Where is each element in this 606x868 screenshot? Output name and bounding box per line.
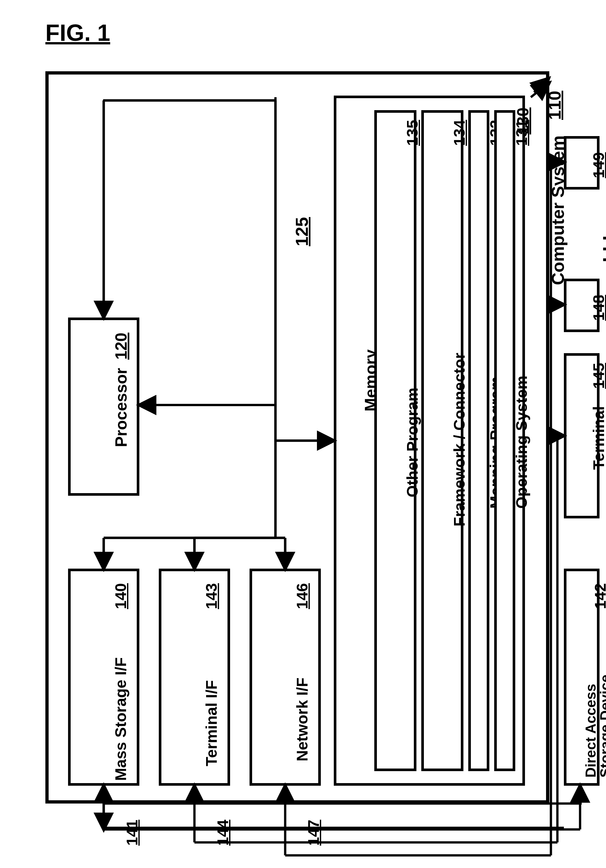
other-program-ref: 135 <box>403 120 421 146</box>
conn-147-ref: 147 <box>305 820 322 846</box>
os-box <box>494 110 515 771</box>
os-label: Operating System <box>513 375 530 509</box>
computer-system-ref: 110 <box>544 91 564 120</box>
terminal-if-label: Terminal I/F <box>203 680 220 766</box>
framework-ref: 134 <box>451 120 468 146</box>
dasd-ref: 142 <box>591 583 606 609</box>
network-if-label: Network I/F <box>293 677 311 761</box>
network-if-ref: 146 <box>293 583 311 609</box>
framework-label: Framework / Connector <box>451 353 468 527</box>
processor-ref: 120 <box>112 333 130 360</box>
diagram-canvas: FIG. 1 Computer System 110 125 Processor… <box>0 0 606 868</box>
terminal-label: Terminal <box>590 406 606 470</box>
os-ref: 131 <box>513 120 530 146</box>
mass-storage-if-ref: 140 <box>112 583 130 609</box>
figure-label: FIG. 1 <box>45 19 110 46</box>
conn-141-ref: 141 <box>123 820 141 846</box>
terminal-ref: 145 <box>590 363 606 389</box>
mass-storage-if-label: Mass Storage I/F <box>112 657 130 781</box>
dasd-label-l1: Direct Access <box>583 684 598 778</box>
network-node-a-ref: 148 <box>590 295 606 321</box>
bus-ref: 125 <box>291 217 312 246</box>
dasd-label-l2: Storage Device <box>598 674 606 778</box>
other-program-label: Other Program <box>403 388 421 498</box>
conn-144-ref: 144 <box>214 820 232 846</box>
processor-label: Processor <box>112 368 130 447</box>
terminal-if-ref: 143 <box>203 583 220 609</box>
network-node-b-ref: 149 <box>590 152 606 178</box>
mapping-box <box>468 110 489 771</box>
network-ellipsis: . . . <box>588 236 606 262</box>
